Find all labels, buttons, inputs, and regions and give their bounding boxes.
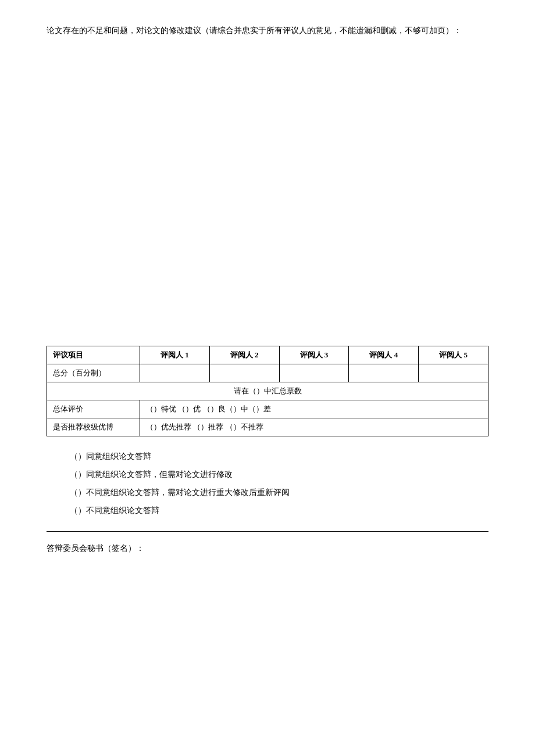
score-row: 总分（百分制） [47, 364, 488, 382]
options-section: （）同意组织论文答辩 （）同意组织论文答辩，但需对论文进行修改 （）不同意组织论… [70, 448, 488, 519]
score-table: 评议项目 评阅人 1 评阅人 2 评阅人 3 评阅人 4 评阅人 5 总分（百分… [47, 346, 488, 436]
col-header-item: 评议项目 [47, 346, 140, 364]
option-item-1: （）同意组织论文答辩 [70, 448, 488, 466]
overall-options: （）特优 （）优 （）良（）中（）差 [140, 400, 488, 418]
overall-label: 总体评价 [47, 400, 140, 418]
merged-cell: 请在（）中汇总票数 [47, 382, 488, 400]
overall-row: 总体评价 （）特优 （）优 （）良（）中（）差 [47, 400, 488, 418]
table-header-row: 评议项目 评阅人 1 评阅人 2 评阅人 3 评阅人 4 评阅人 5 [47, 346, 488, 364]
score-r1 [140, 364, 210, 382]
col-header-reviewer5: 评阅人 5 [419, 346, 488, 364]
option-item-4: （）不同意组织论文答辩 [70, 502, 488, 520]
divider [47, 531, 488, 532]
signature-label: 答辩委员会秘书（签名）： [47, 544, 144, 553]
option-item-2: （）同意组织论文答辩，但需对论文进行修改 [70, 466, 488, 484]
table-section: 评议项目 评阅人 1 评阅人 2 评阅人 3 评阅人 4 评阅人 5 总分（百分… [47, 346, 488, 436]
score-r3 [279, 364, 349, 382]
recommend-row: 是否推荐校级优博 （）优先推荐 （）推荐 （）不推荐 [47, 418, 488, 436]
score-r2 [209, 364, 279, 382]
signature-section: 答辩委员会秘书（签名）： [47, 543, 488, 554]
score-r5 [419, 364, 488, 382]
intro-text: 论文存在的不足和问题，对论文的修改建议（请综合并忠实于所有评议人的意见，不能遗漏… [47, 23, 488, 38]
score-r4 [349, 364, 419, 382]
recommend-label: 是否推荐校级优博 [47, 418, 140, 436]
score-label: 总分（百分制） [47, 364, 140, 382]
col-header-reviewer2: 评阅人 2 [209, 346, 279, 364]
col-header-reviewer3: 评阅人 3 [279, 346, 349, 364]
col-header-reviewer1: 评阅人 1 [140, 346, 210, 364]
col-header-reviewer4: 评阅人 4 [349, 346, 419, 364]
recommend-options: （）优先推荐 （）推荐 （）不推荐 [140, 418, 488, 436]
content-area [47, 49, 488, 328]
merged-row: 请在（）中汇总票数 [47, 382, 488, 400]
option-item-3: （）不同意组织论文答辩，需对论文进行重大修改后重新评阅 [70, 484, 488, 502]
